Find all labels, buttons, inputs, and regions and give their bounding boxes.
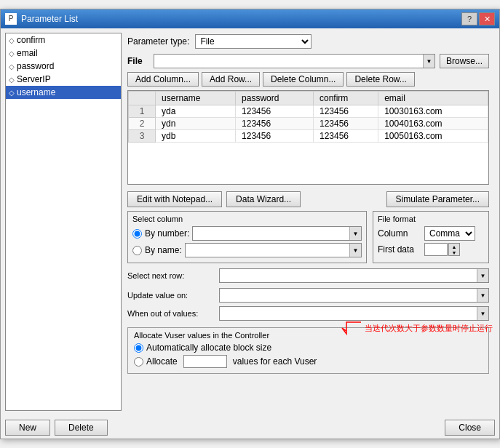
row-num-1: 1 (129, 105, 156, 118)
cell-confirm-1[interactable]: 123456 (313, 105, 378, 118)
right-panel: Parameter type: File File rformance\1第一课… (122, 33, 495, 411)
main-content: ◇ confirm ◇ email ◇ password ◇ ServerIP … (1, 28, 499, 415)
edit-notepad-button[interactable]: Edit with Notepad... (127, 191, 222, 207)
cell-password-2[interactable]: 123456 (236, 118, 314, 130)
out-of-values-input[interactable]: Abort Vuser (220, 308, 477, 319)
file-path-input[interactable]: rformance\1第一课\homework\register\params\… (154, 56, 423, 66)
column-format-select[interactable]: Comma (424, 226, 475, 241)
tree-label-email: email (17, 48, 38, 58)
by-name-radio[interactable] (132, 246, 142, 255)
parameter-list-window: P Parameter List ? ✕ ◇ confirm ◇ email ◇… (0, 9, 500, 439)
param-type-select[interactable]: File (195, 34, 311, 49)
window-close-button[interactable]: ✕ (479, 12, 495, 25)
auto-allocate-label: Automatically allocate block size (146, 343, 271, 353)
by-number-input-container: 1 ▼ (192, 226, 362, 241)
column-format-row: Column Comma (378, 226, 484, 241)
tree-item-confirm[interactable]: ◇ confirm (6, 33, 121, 47)
by-number-radio[interactable] (132, 229, 142, 239)
allocate-input[interactable] (183, 355, 227, 368)
delete-button[interactable]: Delete (55, 420, 108, 436)
table-row[interactable]: 1 yda 123456 123456 10030163.com (129, 105, 488, 118)
select-next-row-dropdown[interactable]: ▼ (477, 269, 488, 282)
action-buttons-row: Edit with Notepad... Data Wizard... Simu… (127, 191, 489, 207)
file-path-dropdown-btn[interactable]: ▼ (423, 55, 434, 68)
cell-password-1[interactable]: 123456 (236, 105, 314, 118)
update-value-input[interactable]: Each iteration (220, 289, 477, 301)
browse-button[interactable]: Browse... (440, 54, 489, 68)
title-bar-left: P Parameter List (5, 13, 78, 25)
window-icon: P (5, 13, 17, 25)
annotation: 当迭代次数大于参数数量时停止运行 (341, 321, 493, 335)
select-next-row-row: Select next row: Unique ▼ (127, 268, 489, 283)
add-column-button[interactable]: Add Column... (127, 72, 199, 87)
spinner-arrows: ▲ ▼ (448, 243, 460, 256)
select-column-title: Select column (132, 215, 362, 223)
select-column-panel: Select column By number: 1 ▼ By name: (127, 211, 367, 263)
col-header-num (129, 92, 156, 105)
row-num-3: 3 (129, 130, 156, 143)
param-type-label: Parameter type: (127, 36, 189, 47)
bottom-panels: Select column By number: 1 ▼ By name: (127, 211, 489, 263)
delete-column-button[interactable]: Delete Column... (263, 72, 344, 87)
add-row-button[interactable]: Add Row... (202, 72, 260, 87)
close-button[interactable]: Close (445, 420, 495, 436)
cell-email-2[interactable]: 10040163.com (378, 118, 488, 130)
select-next-row-container: Unique ▼ (219, 268, 489, 283)
by-number-input[interactable]: 1 (193, 228, 349, 239)
col-header-email: email (378, 92, 488, 105)
tree-item-email[interactable]: ◇ email (6, 47, 121, 60)
first-data-spinner: 1 ▲ ▼ (424, 243, 460, 256)
tree-label-password: password (17, 61, 54, 71)
table-row[interactable]: 3 ydb 123456 123456 10050163.com (129, 130, 488, 143)
out-of-values-row: When out of values: Abort Vuser ▼ 当迭代次数大… (127, 306, 489, 321)
out-of-values-dropdown[interactable]: ▼ (477, 307, 488, 320)
first-data-label: First data (378, 244, 421, 255)
auto-allocate-radio[interactable] (134, 343, 143, 353)
col-header-password: password (236, 92, 314, 105)
by-number-dropdown[interactable]: ▼ (349, 227, 361, 240)
new-button[interactable]: New (5, 420, 50, 436)
cell-username-2[interactable]: ydn (156, 118, 236, 130)
by-name-input[interactable] (186, 244, 349, 256)
allocate-label: Allocate (146, 356, 178, 367)
update-value-label: Update value on: (127, 291, 215, 300)
by-number-label: By number: (145, 228, 189, 239)
simulate-button[interactable]: Simulate Parameter... (386, 191, 489, 207)
spin-down-button[interactable]: ▼ (449, 249, 459, 255)
select-next-row-input[interactable]: Unique (220, 270, 477, 281)
per-vuser-label: values for each Vuser (233, 356, 317, 367)
annotation-text: 当迭代次数大于参数数量时停止运行 (365, 323, 493, 334)
tree-item-password[interactable]: ◇ password (6, 60, 121, 73)
manual-allocate-row: Allocate values for each Vuser (134, 355, 483, 368)
title-bar: P Parameter List ? ✕ (1, 9, 499, 28)
data-wizard-button[interactable]: Data Wizard... (226, 191, 301, 207)
by-name-dropdown[interactable]: ▼ (349, 244, 361, 257)
file-format-title: File format (378, 215, 484, 223)
column-format-label: Column (378, 228, 421, 239)
param-icon-confirm: ◇ (9, 36, 15, 44)
cell-email-3[interactable]: 10050163.com (378, 130, 488, 143)
cell-confirm-3[interactable]: 123456 (313, 130, 378, 143)
cell-password-3[interactable]: 123456 (236, 130, 314, 143)
param-icon-serverip: ◇ (9, 76, 15, 84)
manual-allocate-radio[interactable] (134, 357, 143, 367)
cell-username-3[interactable]: ydb (156, 130, 236, 143)
by-name-row: By name: ▼ (132, 243, 362, 257)
cell-email-1[interactable]: 10030163.com (378, 105, 488, 118)
footer-left: New Delete (5, 420, 108, 436)
update-value-dropdown[interactable]: ▼ (477, 289, 488, 302)
spin-up-button[interactable]: ▲ (449, 244, 459, 249)
file-label: File (127, 56, 149, 66)
delete-row-button[interactable]: Delete Row... (346, 72, 414, 87)
select-next-row-label: Select next row: (127, 271, 215, 280)
first-data-input[interactable]: 1 (424, 243, 448, 256)
title-bar-buttons: ? ✕ (461, 12, 495, 25)
update-value-container: Each iteration ▼ (219, 288, 489, 303)
first-data-row: First data 1 ▲ ▼ (378, 243, 484, 256)
tree-item-username[interactable]: ◇ username (6, 86, 121, 99)
cell-confirm-2[interactable]: 123456 (313, 118, 378, 130)
help-button[interactable]: ? (461, 12, 477, 25)
tree-item-serverip[interactable]: ◇ ServerIP (6, 73, 121, 86)
cell-username-1[interactable]: yda (156, 105, 236, 118)
table-row[interactable]: 2 ydn 123456 123456 10040163.com (129, 118, 488, 130)
